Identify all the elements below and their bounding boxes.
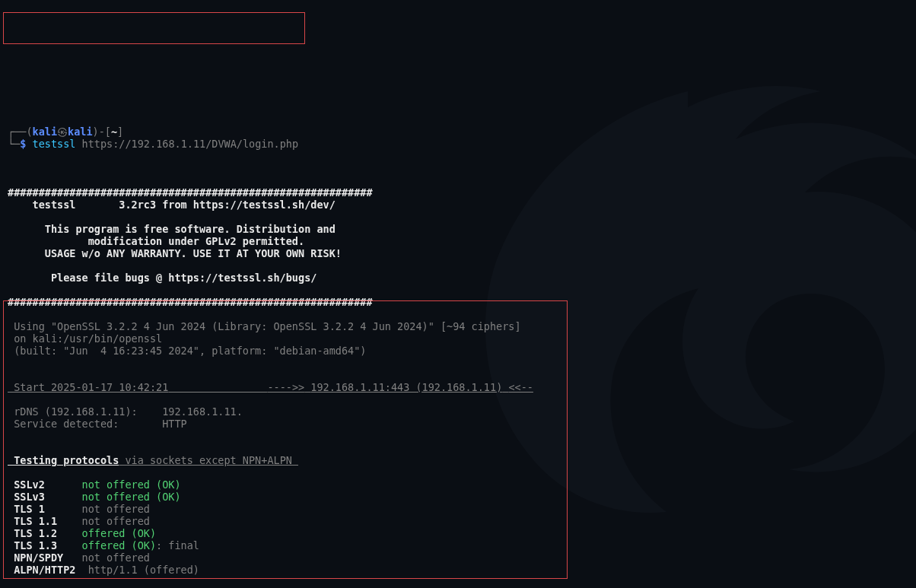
target-host: 192.168.1.11:443 (192.168.1.11) [310, 381, 502, 393]
highlight-box-command [3, 12, 305, 44]
protocol-status: http/1.1 (offered) [82, 564, 199, 576]
start-timestamp: Start 2025-01-17 10:42:21 [8, 381, 168, 393]
protocols-list: SSLv2 not offered (OK) SSLv3 not offered… [8, 478, 908, 576]
protocol-status: not offered [82, 551, 150, 564]
protocol-status: not offered (OK) [82, 478, 181, 491]
prompt-host: kali [68, 126, 93, 138]
protocol-name: TLS 1 [8, 503, 75, 515]
prompt-user: kali [33, 126, 58, 138]
protocol-status: not offered [82, 503, 150, 515]
protocol-name: SSLv2 [8, 478, 75, 491]
protocol-status: not offered (OK) [82, 491, 181, 503]
protocol-name: TLS 1.1 [8, 515, 75, 527]
protocol-name: TLS 1.3 [8, 539, 75, 551]
terminal-output: ┌──(kali㉿kali)-[~] └─$ testssl https://1… [8, 113, 908, 588]
protocol-name: SSLv3 [8, 491, 75, 503]
protocol-status: offered (OK) [82, 527, 157, 539]
protocol-status: offered (OK) [82, 539, 157, 551]
protocol-status: not offered [82, 515, 150, 527]
protocol-name: ALPN/HTTP2 [8, 564, 75, 576]
rdns-line: rDNS (192.168.1.11): 192.168.1.11. [8, 405, 243, 418]
command-name: testssl [33, 138, 76, 150]
protocol-name: TLS 1.2 [8, 527, 75, 539]
service-line: Service detected: HTTP [8, 418, 187, 430]
protocols-header: Testing protocols [8, 454, 119, 466]
protocol-name: NPN/SPDY [8, 551, 75, 564]
command-args: https://192.168.1.11/DVWA/login.php [82, 138, 298, 150]
